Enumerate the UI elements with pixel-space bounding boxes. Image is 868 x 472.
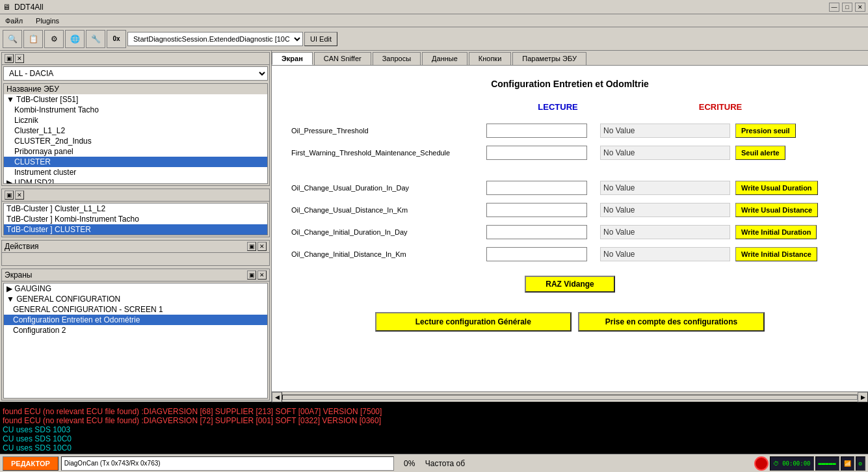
screens-item[interactable]: ▼ GENERAL CONFIGURATION (4, 294, 267, 304)
scroll-right-btn[interactable]: ▶ (858, 392, 868, 402)
usual-distance-write-btn[interactable]: Write Usual Distance (735, 203, 818, 217)
log-area: found ECU (no relevant ECU file found) :… (0, 402, 868, 454)
lecture-config-btn[interactable]: Lecture configuration Générale (375, 312, 572, 332)
menu-plugins[interactable]: Plugins (33, 16, 62, 25)
selected-panel-header: ▣ ✕ (2, 189, 269, 202)
signal-indicator: 📶 (841, 456, 854, 471)
raz-container: RAZ Vidange (291, 276, 848, 293)
log-line: CU uses SDS 10C0 (3, 434, 865, 443)
usual-distance-ecriture-input[interactable] (600, 203, 730, 217)
maximize-btn[interactable]: □ (842, 3, 852, 12)
list-item[interactable]: ▶ UDM [SD2] (4, 177, 267, 184)
main-container: ▣ ✕ ALL - DACIA Название ЭБУ ▼ TdB-Clust… (0, 51, 868, 402)
initial-duration-lecture-input[interactable] (486, 225, 587, 239)
scr-close-btn[interactable]: ✕ (257, 270, 267, 280)
scroll-track[interactable] (282, 395, 858, 400)
screens-label: Экраны (5, 270, 32, 280)
oil-pressure-ecriture-input[interactable] (600, 124, 730, 138)
initial-distance-ecriture-input[interactable] (600, 247, 730, 261)
screens-item[interactable]: Configuration Entretien et Odométrie (4, 315, 267, 325)
list-item[interactable]: CLUSTER (4, 157, 267, 167)
list-item[interactable]: TdB-Cluster ] CLUSTER (4, 224, 267, 235)
session-dropdown[interactable]: StartDiagnosticSession.ExtendedDiagnosti… (127, 32, 303, 46)
menu-file[interactable]: Файл (3, 16, 25, 25)
tab-screen[interactable]: Экран (272, 52, 313, 65)
sel-close-btn[interactable]: ✕ (15, 190, 24, 200)
initial-duration-write-btn[interactable]: Write Initial Duration (735, 225, 817, 239)
app-title: DDT4All (14, 3, 44, 12)
screens-item[interactable]: GENERAL CONFIGURATION - SCREEN 1 (4, 304, 267, 315)
speed-indicator: ▬▬▬▬▬ (815, 456, 839, 471)
ecu-btn[interactable]: 📋 (23, 30, 43, 48)
act-close-btn[interactable]: ✕ (257, 242, 267, 251)
tab-data[interactable]: Данные (422, 52, 467, 65)
ui-edit-btn[interactable]: UI Edit (304, 32, 337, 46)
raz-vidange-btn[interactable]: RAZ Vidange (525, 276, 614, 293)
oil-pressure-lecture-input[interactable] (486, 124, 587, 138)
hex-btn[interactable]: 0x (107, 30, 126, 48)
ecu-restore-btn[interactable]: ▣ (5, 54, 14, 63)
form-label: First_Warning_Threshold_Maintenance_Sche… (291, 149, 486, 157)
tab-params[interactable]: Параметры ЭБУ (512, 52, 586, 65)
status-percent: 0% (397, 459, 423, 468)
toolbar: 🔍 📋 ⚙ 🌐 🔧 0x StartDiagnosticSession.Exte… (0, 27, 868, 51)
time-indicator: ⏱ 00:00:00 (770, 456, 814, 471)
initial-duration-ecriture-input[interactable] (600, 225, 730, 239)
tab-requests[interactable]: Запросы (373, 52, 421, 65)
close-btn[interactable]: ✕ (855, 3, 865, 12)
first-warning-lecture-input[interactable] (486, 146, 587, 160)
editor-btn[interactable]: РЕДАКТОР (3, 456, 59, 471)
usual-distance-lecture-input[interactable] (486, 203, 587, 217)
form-row: Oil_Change_Usual_Duration_In_Day Write U… (291, 179, 848, 196)
usual-duration-ecriture-input[interactable] (600, 181, 730, 195)
log-line: CU uses SDS 10C0 (3, 443, 865, 452)
ecu-close-btn[interactable]: ✕ (15, 54, 24, 63)
ecu-panel-btns: ▣ ✕ (5, 54, 24, 63)
scr-restore-btn[interactable]: ▣ (247, 270, 256, 280)
screens-list: ▶ GAUGING ▼ GENERAL CONFIGURATION GENERA… (3, 283, 268, 399)
screens-panel-btns: ▣ ✕ (247, 270, 267, 280)
right-panel: Экран CAN Sniffer Запросы Данные Кнопки … (272, 51, 868, 402)
column-headers: LECTURE ECRITURE (291, 102, 848, 112)
usual-duration-write-btn[interactable]: Write Usual Duration (735, 181, 818, 195)
sel-restore-btn[interactable]: ▣ (5, 190, 14, 200)
list-item[interactable]: Cluster_L1_L2 (4, 125, 267, 136)
initial-distance-lecture-input[interactable] (486, 247, 587, 261)
list-item[interactable]: CLUSTER_2nd_Indus (4, 136, 267, 146)
list-item[interactable]: Licznik (4, 115, 267, 125)
usual-duration-lecture-input[interactable] (486, 181, 587, 195)
form-label: Oil_Pressure_Threshold (291, 127, 486, 135)
selected-panel-btns: ▣ ✕ (5, 190, 24, 200)
act-restore-btn[interactable]: ▣ (247, 242, 256, 251)
list-item[interactable]: TdB-Cluster ] Cluster_L1_L2 (4, 203, 267, 214)
search-btn[interactable]: 🔍 (3, 30, 22, 48)
content-area: Configuration Entretien et Odomltrie LEC… (272, 66, 868, 391)
list-item[interactable]: ▼ TdB-Cluster [S51] (4, 94, 267, 105)
status-indicators: ⏱ 00:00:00 ▬▬▬▬▬ 📶 ⚙ (754, 456, 865, 471)
tab-can-sniffer[interactable]: CAN Sniffer (314, 52, 371, 65)
list-item[interactable]: Instrument cluster (4, 167, 267, 177)
list-item[interactable]: Pribornaya panel (4, 146, 267, 157)
scroll-left-btn[interactable]: ◀ (272, 392, 282, 402)
list-item[interactable]: Kombi-Instrument Tacho (4, 105, 267, 115)
ecu-panel-header: ▣ ✕ (2, 53, 269, 65)
refresh-btn[interactable]: ⚙ (44, 30, 64, 48)
app-icon: 🖥 (3, 3, 10, 12)
first-warning-write-btn[interactable]: Seuil alerte (735, 146, 785, 160)
minimize-btn[interactable]: — (829, 3, 839, 12)
oil-pressure-write-btn[interactable]: Pression seuil (735, 124, 796, 138)
globe-btn[interactable]: 🌐 (65, 30, 85, 48)
screens-item[interactable]: Configuration 2 (4, 325, 267, 335)
ecu-dropdown-container: ALL - DACIA (2, 65, 269, 82)
selected-panel: ▣ ✕ TdB-Cluster ] Cluster_L1_L2 TdB-Clus… (1, 189, 270, 237)
ecu-dropdown[interactable]: ALL - DACIA (3, 66, 268, 81)
list-item[interactable]: TdB-Cluster ] Kombi-Instrument Tacho (4, 214, 267, 224)
prise-config-btn[interactable]: Prise en compte des configurations (578, 312, 765, 332)
screens-panel-header: Экраны ▣ ✕ (2, 269, 269, 282)
first-warning-ecriture-input[interactable] (600, 146, 730, 160)
screens-item[interactable]: ▶ GAUGING (4, 283, 267, 294)
settings-btn[interactable]: 🔧 (86, 30, 105, 48)
initial-distance-write-btn[interactable]: Write Initial Distance (735, 247, 817, 261)
ecu-tree: Название ЭБУ ▼ TdB-Cluster [S51] Kombi-I… (3, 83, 268, 184)
tab-buttons[interactable]: Кнопки (469, 52, 512, 65)
